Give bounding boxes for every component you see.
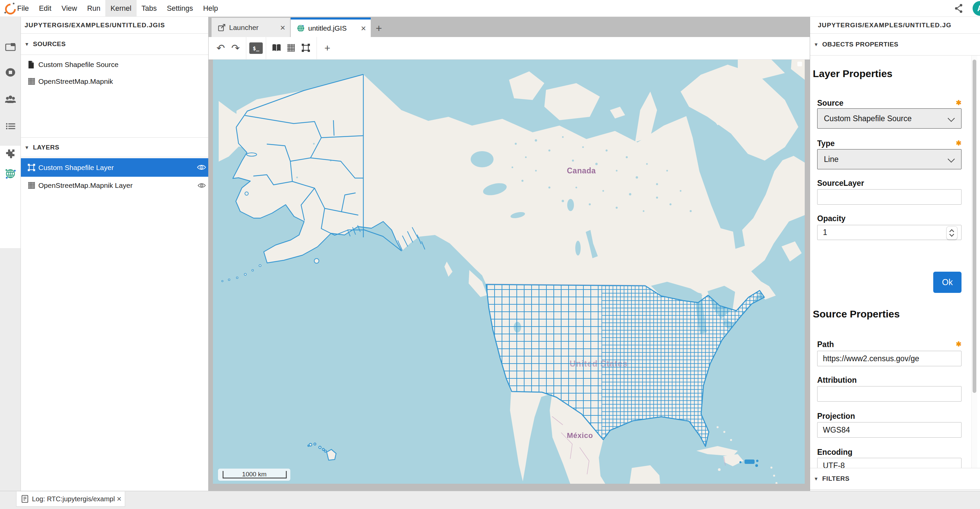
sourcelayer-input[interactable]	[817, 189, 961, 205]
vector-layer-button[interactable]	[299, 40, 313, 56]
source-item-openstreetmap[interactable]: OpenStreetMap.Mapnik	[21, 73, 208, 90]
sourcelayer-field-label: SourceLayer	[817, 179, 961, 188]
close-icon[interactable]: ×	[117, 495, 121, 503]
objects-properties-header[interactable]: ▾ OBJECTS PROPERTIES	[810, 34, 980, 56]
tab-label: Launcher	[229, 24, 259, 32]
objects-properties-panel: JUPYTERGIS/EXAMPLES/UNTITLED.JG ▾ OBJECT…	[810, 17, 980, 491]
menu-kernel[interactable]: Kernel	[105, 0, 136, 17]
objects-properties-label: OBJECTS PROPERTIES	[822, 41, 899, 48]
add-layer-button[interactable]: +	[320, 40, 335, 56]
grid-icon	[27, 181, 35, 190]
layer-visibility-eye-icon[interactable]	[197, 182, 206, 190]
required-asterisk-icon: ✱	[956, 99, 961, 107]
source-select[interactable]: Custom Shapefile Source	[817, 109, 961, 129]
map-canvas[interactable]: United States	[213, 60, 805, 484]
undo-icon: ↶	[216, 43, 225, 53]
log-tab-label: Log: RTC:jupytergis/exampl	[32, 495, 115, 503]
launcher-icon	[218, 24, 226, 32]
tab-launcher[interactable]: Launcher ×	[211, 18, 290, 37]
opacity-field-label: Opacity	[817, 214, 961, 223]
source-item-label: OpenStreetMap.Mapnik	[38, 77, 113, 86]
menu-view[interactable]: View	[57, 0, 82, 17]
menu-file[interactable]: File	[12, 0, 34, 17]
layer-properties-heading: Layer Properties	[813, 68, 892, 80]
sources-section-header[interactable]: ▾ SOURCES	[21, 34, 208, 55]
active-tab-background	[0, 146, 21, 248]
scale-label: 1000 km	[242, 471, 267, 478]
collapse-caret-icon: ▾	[815, 41, 822, 48]
redo-icon: ↷	[231, 43, 240, 53]
file-browser-icon[interactable]	[5, 41, 16, 53]
filters-section-header[interactable]: ▾ FILTERS	[810, 468, 980, 490]
jgis-toolbar: ↶ ↷ $_ +	[208, 37, 810, 60]
encoding-field-label: Encoding	[817, 448, 961, 457]
attribution-input[interactable]	[817, 386, 961, 402]
type-select[interactable]: Line	[817, 149, 961, 169]
menu-settings[interactable]: Settings	[162, 0, 198, 17]
user-avatar[interactable]: A	[973, 1, 980, 16]
layer-visibility-eye-icon[interactable]	[197, 164, 206, 171]
table-of-contents-icon[interactable]	[5, 121, 16, 132]
encoding-input[interactable]	[817, 458, 961, 468]
ok-button[interactable]: Ok	[933, 272, 961, 293]
plus-icon: +	[376, 22, 382, 35]
close-icon[interactable]: ×	[361, 24, 366, 33]
type-select-value: Line	[824, 155, 838, 164]
avatar-initial: A	[977, 4, 980, 13]
layer-item-openstreetmap[interactable]: OpenStreetMap.Mapnik Layer	[21, 177, 208, 194]
raster-grid-button[interactable]	[284, 40, 299, 56]
scrollbar-thumb[interactable]	[973, 60, 976, 393]
menu-tabs[interactable]: Tabs	[137, 0, 162, 17]
jgis-globe-icon	[297, 24, 305, 32]
right-panel-title: JUPYTERGIS/EXAMPLES/UNTITLED.JG	[810, 17, 980, 34]
share-icon[interactable]	[953, 3, 964, 14]
filters-header-label: FILTERS	[822, 475, 850, 482]
properties-form: Layer Properties Source ✱ Custom Shapefi…	[810, 56, 980, 468]
required-asterisk-icon: ✱	[956, 139, 961, 147]
menu-help[interactable]: Help	[198, 0, 223, 17]
right-panel-scrollbar[interactable]	[971, 56, 977, 468]
new-tab-button[interactable]: +	[373, 22, 385, 34]
terminal-console-button[interactable]: $_	[249, 42, 263, 54]
opacity-input[interactable]	[817, 225, 961, 240]
opacity-stepper[interactable]	[947, 226, 958, 240]
extension-manager-icon[interactable]	[5, 148, 16, 159]
file-icon	[27, 60, 35, 69]
layers-section-header[interactable]: ▾ LAYERS	[21, 137, 208, 157]
book-icon	[272, 43, 282, 53]
plus-icon: +	[324, 43, 330, 53]
collapse-caret-icon: ▾	[25, 41, 33, 47]
terminal-icon: $_	[253, 45, 259, 51]
layer-item-custom-shapefile[interactable]: Custom Shapefile Layer	[21, 158, 208, 177]
grid-icon	[27, 77, 35, 86]
jupytergis-globe-icon[interactable]	[5, 168, 16, 179]
status-bar: Log: RTC:jupytergis/exampl ×	[0, 491, 980, 509]
running-kernels-icon[interactable]	[5, 67, 16, 78]
grid-icon	[286, 43, 296, 53]
chevron-down-icon	[948, 115, 955, 122]
projection-field-label: Projection	[817, 412, 961, 421]
menu-edit[interactable]: Edit	[34, 0, 57, 17]
tab-untitled-jgis[interactable]: untitled.jGIS ×	[291, 18, 371, 37]
redo-button[interactable]: ↷	[228, 40, 243, 56]
mexico-map-label: México	[567, 431, 593, 440]
path-input[interactable]	[817, 351, 961, 366]
ok-button-label: Ok	[942, 278, 953, 287]
close-icon[interactable]: ×	[280, 23, 285, 32]
required-asterisk-icon: ✱	[956, 340, 961, 348]
projection-input[interactable]	[817, 422, 961, 438]
basemap-book-button[interactable]	[269, 40, 284, 56]
vector-square-icon	[301, 43, 311, 53]
sources-header-label: SOURCES	[33, 40, 65, 48]
log-icon	[21, 495, 29, 503]
undo-button[interactable]: ↶	[213, 40, 228, 56]
activity-sidebar	[0, 17, 21, 491]
menu-run[interactable]: Run	[82, 0, 105, 17]
attribution-button[interactable]	[797, 62, 802, 66]
source-item-label: Custom Shapefile Source	[38, 61, 118, 69]
log-console-tab[interactable]: Log: RTC:jupytergis/exampl ×	[16, 491, 125, 507]
collaboration-users-icon[interactable]	[5, 94, 16, 105]
layer-item-label: OpenStreetMap.Mapnik Layer	[38, 182, 132, 190]
source-item-custom-shapefile[interactable]: Custom Shapefile Source	[21, 56, 208, 73]
source-properties-heading: Source Properties	[813, 308, 900, 320]
